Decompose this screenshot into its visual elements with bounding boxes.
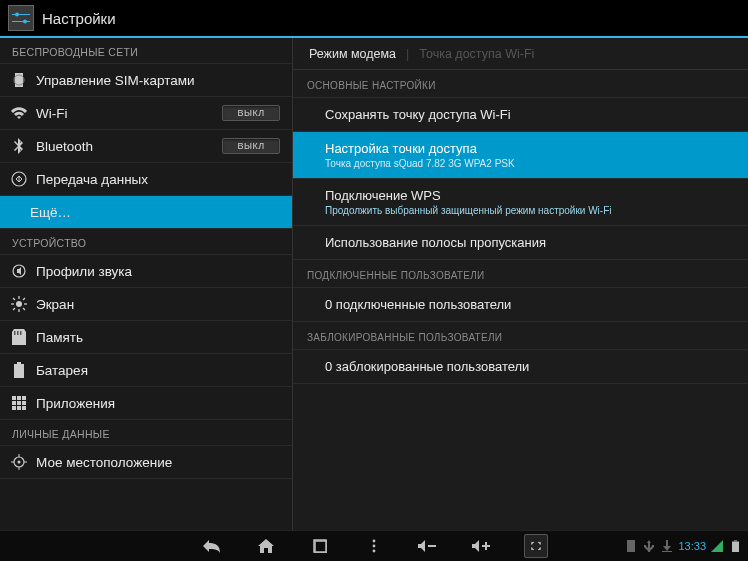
sidebar-item-label: Управление SIM-картами [36,73,280,88]
tabs: Режим модема | Точка доступа Wi-Fi [293,38,748,70]
tab-wifi-ap[interactable]: Точка доступа Wi-Fi [413,47,540,61]
sidebar-item-label: Мое местоположение [36,455,280,470]
sound-icon [10,263,28,279]
sidebar-item[interactable]: Память [0,321,292,354]
svg-point-2 [15,13,19,17]
toggle-switch[interactable]: ВЫКЛ [222,138,280,154]
sidebar-item[interactable]: Батарея [0,354,292,387]
detail-item[interactable]: Использование полосы пропускания [293,226,748,260]
svg-point-38 [373,540,376,543]
settings-icon [8,5,34,31]
detail-item[interactable]: 0 заблокированные пользователи [293,350,748,384]
sidebar-item[interactable]: BluetoothВЫКЛ [0,130,292,163]
detail-item-subtitle: Точка доступа sQuad 7.82 3G WPA2 PSK [325,158,734,169]
sidebar-item[interactable]: Ещё… [0,196,292,229]
detail-item[interactable]: 0 подключенные пользователи [293,288,748,322]
svg-point-7 [16,301,22,307]
toggle-switch[interactable]: ВЫКЛ [222,105,280,121]
detail-item[interactable]: Настройка точки доступаТочка доступа sQu… [293,132,748,179]
svg-rect-45 [734,540,737,542]
screenshot-button[interactable] [524,534,548,558]
sidebar-item-label: Ещё… [30,205,280,220]
sim-icon [10,72,28,88]
sidebar-item-label: Wi-Fi [36,106,214,121]
sidebar-item-label: Профили звука [36,264,280,279]
download-icon [660,539,674,553]
detail-item-subtitle: Продолжить выбранный защищенный режим на… [325,205,734,216]
data-icon [10,171,28,187]
detail-item-title: Подключение WPS [325,188,734,203]
sidebar: БЕСПРОВОДНЫЕ СЕТИУправление SIM-картамиW… [0,38,293,530]
svg-rect-24 [12,401,16,405]
sidebar-item-label: Память [36,330,280,345]
sidebar-item-label: Bluetooth [36,139,214,154]
clock: 13:33 [678,540,706,552]
sidebar-item[interactable]: Управление SIM-картами [0,64,292,97]
svg-line-12 [13,298,15,300]
detail-item[interactable]: Сохранять точку доступа Wi-Fi [293,98,748,132]
display-icon [10,296,28,312]
signal-icon [710,539,724,553]
svg-rect-16 [14,331,16,335]
sidebar-section-header: ЛИЧНЫЕ ДАННЫЕ [0,420,292,446]
svg-line-15 [23,298,25,300]
sidebar-section-header: БЕСПРОВОДНЫЕ СЕТИ [0,38,292,64]
sidebar-item-label: Экран [36,297,280,312]
home-button[interactable] [254,534,278,558]
volume-up-button[interactable] [470,534,494,558]
svg-rect-18 [20,331,22,335]
svg-line-14 [13,308,15,310]
volume-down-button[interactable] [416,534,440,558]
svg-rect-37 [315,541,327,553]
system-navbar: 13:33 [0,530,748,561]
svg-rect-28 [17,406,21,410]
tab-tether-mode[interactable]: Режим модема [303,47,402,61]
svg-rect-19 [17,362,21,364]
storage-icon [10,329,28,345]
detail-item-title: Использование полосы пропускания [325,235,734,250]
sd-icon [624,539,638,553]
sidebar-item[interactable]: Экран [0,288,292,321]
battery-icon [728,539,742,553]
svg-rect-17 [17,331,19,335]
menu-button[interactable] [362,534,386,558]
bt-icon [10,138,28,154]
svg-point-40 [373,550,376,553]
sidebar-item[interactable]: Профили звука [0,255,292,288]
sidebar-item[interactable]: Wi-FiВЫКЛ [0,97,292,130]
svg-point-3 [23,20,27,24]
svg-rect-25 [17,401,21,405]
battery-icon [10,362,28,378]
back-button[interactable] [200,534,224,558]
usb-icon [642,539,656,553]
detail-item-title: Сохранять точку доступа Wi-Fi [325,107,734,122]
detail-section-header: ПОДКЛЮЧЕННЫЕ ПОЛЬЗОВАТЕЛИ [293,260,748,288]
status-tray[interactable]: 13:33 [624,539,742,553]
svg-rect-41 [428,545,436,547]
location-icon [10,454,28,470]
sidebar-item-label: Передача данных [36,172,280,187]
svg-rect-20 [14,364,24,378]
sidebar-item[interactable]: Приложения [0,387,292,420]
svg-point-39 [373,545,376,548]
detail-item-title: Настройка точки доступа [325,141,734,156]
svg-rect-22 [17,396,21,400]
svg-rect-0 [12,14,30,15]
svg-rect-1 [12,21,30,22]
apps-icon [10,396,28,410]
sidebar-item[interactable]: Передача данных [0,163,292,196]
svg-rect-46 [732,542,739,553]
sidebar-section-header: УСТРОЙСТВО [0,229,292,255]
svg-rect-26 [22,401,26,405]
svg-rect-43 [485,542,487,550]
svg-rect-21 [12,396,16,400]
recent-apps-button[interactable] [308,534,332,558]
sidebar-item[interactable]: Мое местоположение [0,446,292,479]
detail-item-title: 0 подключенные пользователи [325,297,734,312]
sidebar-item-label: Приложения [36,396,280,411]
detail-item-title: 0 заблокированные пользователи [325,359,734,374]
detail-item[interactable]: Подключение WPSПродолжить выбранный защи… [293,179,748,226]
page-title: Настройки [42,10,116,27]
svg-line-13 [23,308,25,310]
svg-rect-29 [22,406,26,410]
